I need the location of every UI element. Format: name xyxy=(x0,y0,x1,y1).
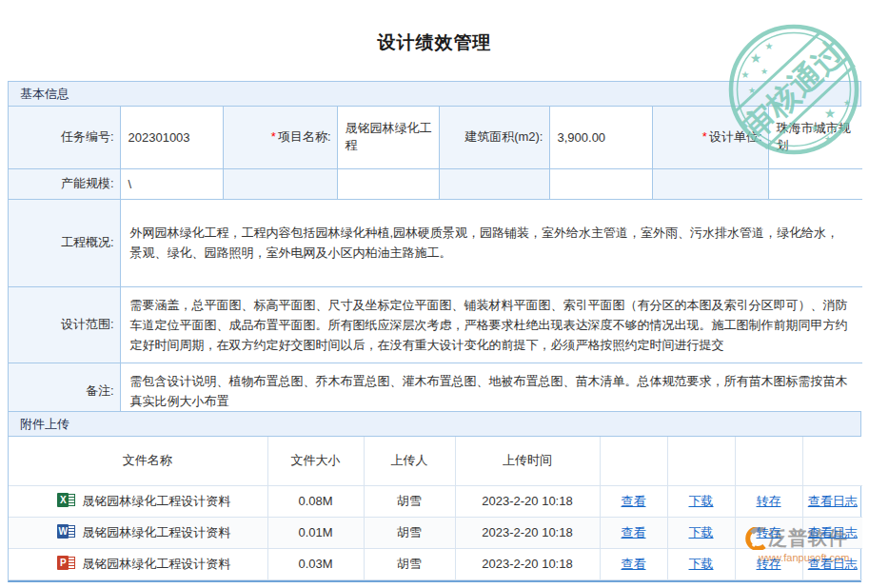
transfer-link[interactable]: 转存 xyxy=(757,525,781,539)
task-no-value: 202301003 xyxy=(120,107,223,168)
svg-text:★: ★ xyxy=(760,67,768,76)
empty-action-header xyxy=(667,437,735,485)
svg-text:★: ★ xyxy=(741,69,750,80)
word-file-icon: W xyxy=(57,524,75,539)
file-name-header: 文件名称 xyxy=(9,437,267,485)
file-size-header: 文件大小 xyxy=(267,437,364,485)
file-size: 0.01M xyxy=(267,517,364,548)
attachments-panel: 附件上传 文件名称 文件大小 上传人 上传时间 xyxy=(8,411,861,582)
uploader: 胡雪 xyxy=(364,485,455,517)
uploader: 胡雪 xyxy=(364,548,455,579)
ppt-file-icon: P xyxy=(57,556,75,570)
attachment-row: X晟铭园林绿化工程设计资料 0.08M 胡雪 2023-2-20 10:18 查… xyxy=(9,485,862,517)
upload-time-header: 上传时间 xyxy=(455,437,600,485)
download-link[interactable]: 下载 xyxy=(689,525,714,539)
design-scope-value: 需要涵盖，总平面图、标高平面图、尺寸及坐标定位平面图、铺装材料平面图、索引平面图… xyxy=(120,286,862,363)
view-link[interactable]: 查看 xyxy=(622,494,646,508)
attachments-table: 文件名称 文件大小 上传人 上传时间 X晟铭园林绿化工程设计资料 0.08M 胡 xyxy=(9,437,862,580)
download-link[interactable]: 下载 xyxy=(689,557,714,571)
basic-info-section-title: 基本信息 xyxy=(9,82,860,107)
empty-value-cell xyxy=(549,168,652,199)
transfer-link[interactable]: 转存 xyxy=(757,557,781,571)
empty-value-cell xyxy=(768,168,862,199)
view-link[interactable]: 查看 xyxy=(622,525,646,539)
file-name: 晟铭园林绿化工程设计资料 xyxy=(82,525,230,539)
building-area-label: 建筑面积(m2): xyxy=(439,107,549,168)
remark-label: 备注: xyxy=(9,363,120,419)
file-name: 晟铭园林绿化工程设计资料 xyxy=(82,494,230,508)
empty-label-cell xyxy=(439,168,549,199)
project-name-value: 晟铭园林绿化工程 xyxy=(337,107,439,168)
overview-label: 工程概况: xyxy=(9,199,120,286)
basic-info-table: 任务编号: 202301003 *项目名称: 晟铭园林绿化工程 建筑面积(m2)… xyxy=(9,107,862,419)
file-size: 0.03M xyxy=(267,548,364,579)
file-name: 晟铭园林绿化工程设计资料 xyxy=(82,557,230,571)
basic-info-panel: 基本信息 任务编号: 202301003 *项目名称: 晟铭园林绿化工程 建筑面… xyxy=(8,81,861,421)
uploader-header: 上传人 xyxy=(364,437,455,485)
empty-action-header xyxy=(735,437,802,485)
file-name-cell: W晟铭园林绿化工程设计资料 xyxy=(9,517,267,548)
attachment-row: W晟铭园林绿化工程设计资料 0.01M 胡雪 2023-2-20 10:18 查… xyxy=(9,517,862,548)
task-no-label: 任务编号: xyxy=(9,107,120,168)
design-unit-label: *设计单位: xyxy=(652,107,768,168)
view-log-link[interactable]: 查看日志 xyxy=(808,494,858,508)
remark-value: 需包含设计说明、植物布置总图、乔木布置总图、灌木布置总图、地被布置总图、苗木清单… xyxy=(120,363,862,419)
empty-action-header xyxy=(802,437,862,485)
empty-label-cell xyxy=(223,168,337,199)
upload-time: 2023-2-20 10:18 xyxy=(455,517,600,548)
attachment-row: P晟铭园林绿化工程设计资料 0.03M 胡雪 2023-2-20 10:18 查… xyxy=(9,548,862,579)
transfer-link[interactable]: 转存 xyxy=(757,494,781,508)
required-asterisk: * xyxy=(702,129,707,144)
file-size: 0.08M xyxy=(267,485,364,517)
empty-label-cell xyxy=(652,168,768,199)
view-link[interactable]: 查看 xyxy=(622,557,646,571)
overview-value: 外网园林绿化工程，工程内容包括园林绿化种植,园林硬质景观，园路铺装，室外给水主管… xyxy=(120,199,862,286)
capacity-value: \ xyxy=(120,168,223,199)
capacity-label: 产能规模: xyxy=(9,168,120,199)
file-name-cell: P晟铭园林绿化工程设计资料 xyxy=(9,548,267,579)
excel-file-icon: X xyxy=(57,493,75,507)
view-log-link[interactable]: 查看日志 xyxy=(808,557,858,571)
upload-time: 2023-2-20 10:18 xyxy=(455,485,600,517)
building-area-value: 3,900.00 xyxy=(549,107,652,168)
download-link[interactable]: 下载 xyxy=(689,494,714,508)
empty-value-cell xyxy=(337,168,439,199)
page-title: 设计绩效管理 xyxy=(0,30,869,55)
uploader: 胡雪 xyxy=(364,517,455,548)
design-unit-value: 珠海市城市规划 xyxy=(768,107,862,168)
file-name-cell: X晟铭园林绿化工程设计资料 xyxy=(9,485,267,517)
design-performance-page: 设计绩效管理 基本信息 任务编号: 202301003 *项目名称: 晟铭园林绿… xyxy=(0,0,869,588)
required-asterisk: * xyxy=(271,129,276,144)
upload-time: 2023-2-20 10:18 xyxy=(455,548,600,579)
project-name-label: *项目名称: xyxy=(223,107,337,168)
attachments-section-title: 附件上传 xyxy=(9,412,860,437)
empty-action-header xyxy=(600,437,667,485)
view-log-link[interactable]: 查看日志 xyxy=(808,525,858,539)
design-scope-label: 设计范围: xyxy=(9,286,120,363)
